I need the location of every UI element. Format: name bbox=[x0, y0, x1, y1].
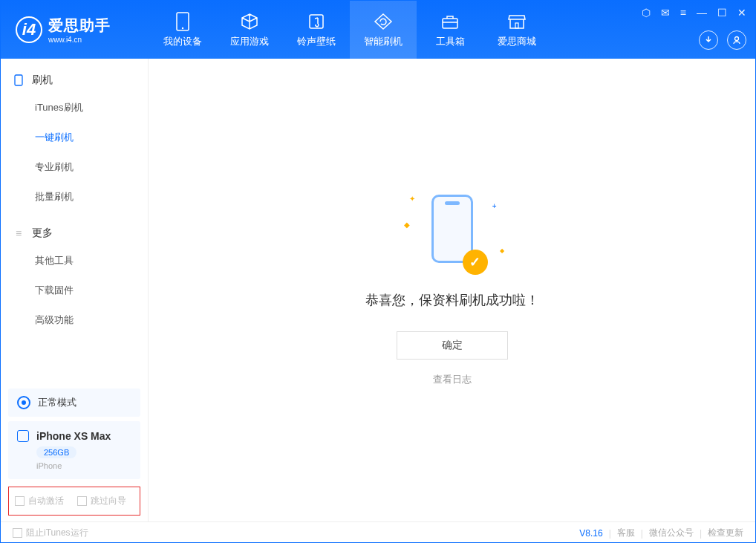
svg-point-1 bbox=[182, 27, 183, 29]
footer-link-update[interactable]: 检查更新 bbox=[708, 527, 743, 539]
list-icon: ≡ bbox=[13, 227, 25, 239]
cube-icon bbox=[239, 11, 260, 32]
sidebar-item-download-firmware[interactable]: 下载固件 bbox=[1, 276, 148, 305]
sidebar-item-batch-flash[interactable]: 批量刷机 bbox=[1, 182, 148, 212]
menu-icon[interactable]: ≡ bbox=[680, 7, 686, 19]
tab-smart-flash[interactable]: 智能刷机 bbox=[350, 1, 417, 59]
checkbox-block-itunes[interactable]: 阻止iTunes运行 bbox=[13, 527, 88, 539]
view-log-link[interactable]: 查看日志 bbox=[433, 373, 472, 386]
logo-area: i4 爱思助手 www.i4.cn bbox=[1, 16, 149, 44]
app-title: 爱思助手 bbox=[48, 16, 111, 36]
tab-store[interactable]: 爱思商城 bbox=[483, 1, 550, 59]
sidebar-header-more: ≡ 更多 bbox=[1, 221, 148, 246]
tab-ringtones[interactable]: 铃声壁纸 bbox=[283, 1, 350, 59]
tab-apps-games[interactable]: 应用游戏 bbox=[216, 1, 283, 59]
success-illustration: ✦ ◆ + ◆ ✓ bbox=[423, 195, 482, 269]
window-controls: ⬡ ✉ ≡ — ☐ ✕ bbox=[642, 7, 746, 19]
app-subtitle: www.i4.cn bbox=[48, 36, 111, 44]
tab-toolbox[interactable]: 工具箱 bbox=[417, 1, 483, 59]
status-box[interactable]: 正常模式 bbox=[8, 388, 140, 417]
sidebar-item-itunes-flash[interactable]: iTunes刷机 bbox=[1, 93, 148, 123]
footer: 阻止iTunes运行 V8.16 | 客服 | 微信公众号 | 检查更新 bbox=[1, 521, 755, 543]
close-button[interactable]: ✕ bbox=[737, 7, 746, 19]
options-highlight-box: 自动激活 跳过向导 bbox=[8, 487, 140, 516]
version-label: V8.16 bbox=[579, 528, 602, 539]
device-storage-badge: 256GB bbox=[36, 446, 76, 458]
device-box[interactable]: iPhone XS Max 256GB iPhone bbox=[8, 421, 140, 479]
music-icon bbox=[306, 11, 327, 32]
sidebar-item-pro-flash[interactable]: 专业刷机 bbox=[1, 152, 148, 182]
device-small-icon bbox=[17, 430, 29, 442]
sidebar-item-other-tools[interactable]: 其他工具 bbox=[1, 246, 148, 276]
svg-rect-3 bbox=[443, 19, 457, 28]
sidebar-header-flash: 刷机 bbox=[1, 68, 148, 93]
minimize-button[interactable]: — bbox=[697, 7, 707, 19]
logo-icon: i4 bbox=[16, 16, 42, 43]
checkbox-icon bbox=[13, 528, 22, 538]
status-icon bbox=[17, 396, 30, 409]
success-message: 恭喜您，保资料刷机成功啦！ bbox=[365, 291, 539, 309]
ok-button[interactable]: 确定 bbox=[397, 331, 508, 360]
checkbox-icon bbox=[15, 496, 25, 506]
main-content: ✦ ◆ + ◆ ✓ 恭喜您，保资料刷机成功啦！ 确定 查看日志 bbox=[149, 59, 755, 521]
check-icon: ✓ bbox=[463, 250, 488, 275]
svg-rect-6 bbox=[15, 75, 22, 85]
footer-link-wechat[interactable]: 微信公众号 bbox=[649, 527, 694, 539]
app-header: i4 爱思助手 www.i4.cn 我的设备 应用游戏 铃声壁纸 智能刷机 工具… bbox=[1, 1, 755, 59]
svg-point-5 bbox=[735, 37, 739, 41]
checkbox-icon bbox=[77, 496, 87, 506]
feedback-icon[interactable]: ✉ bbox=[661, 7, 670, 19]
refresh-icon bbox=[373, 11, 394, 32]
sidebar-item-advanced[interactable]: 高级功能 bbox=[1, 305, 148, 335]
device-name: iPhone XS Max bbox=[36, 430, 111, 442]
device-type: iPhone bbox=[36, 461, 131, 470]
nav-tabs: 我的设备 应用游戏 铃声壁纸 智能刷机 工具箱 爱思商城 bbox=[149, 1, 550, 59]
download-button[interactable] bbox=[699, 30, 718, 50]
tab-my-device[interactable]: 我的设备 bbox=[149, 1, 216, 59]
checkbox-auto-activate[interactable]: 自动激活 bbox=[15, 495, 64, 507]
toolbox-icon bbox=[440, 11, 460, 32]
sidebar: 刷机 iTunes刷机 一键刷机 专业刷机 批量刷机 ≡ 更多 其他工具 下载固… bbox=[1, 59, 149, 521]
footer-link-support[interactable]: 客服 bbox=[617, 527, 635, 539]
device-icon bbox=[172, 11, 193, 32]
checkbox-skip-guide[interactable]: 跳过向导 bbox=[77, 495, 126, 507]
shirt-icon[interactable]: ⬡ bbox=[642, 7, 651, 19]
user-button[interactable] bbox=[727, 30, 746, 50]
maximize-button[interactable]: ☐ bbox=[717, 7, 727, 19]
svg-rect-4 bbox=[515, 23, 518, 28]
store-icon bbox=[506, 11, 527, 32]
phone-icon bbox=[13, 74, 25, 86]
sidebar-item-oneclick-flash[interactable]: 一键刷机 bbox=[1, 123, 148, 152]
